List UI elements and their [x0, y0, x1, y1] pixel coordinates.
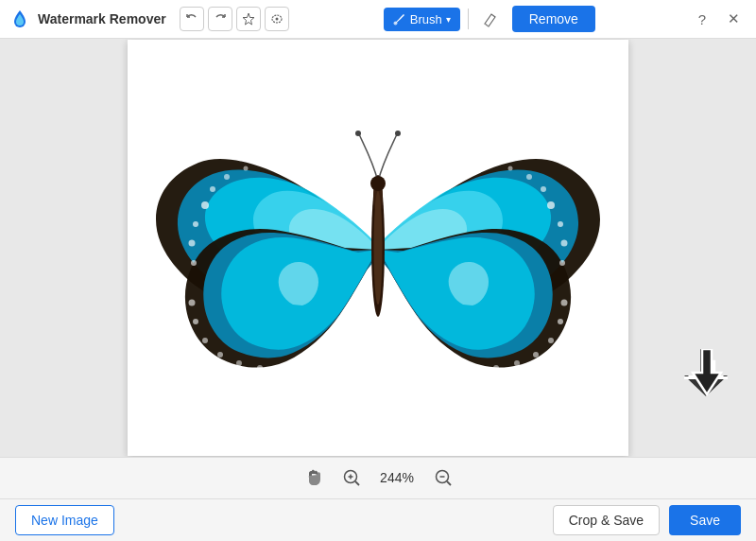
svg-rect-44 — [684, 376, 728, 379]
svg-rect-43 — [703, 350, 709, 375]
title-bar: Watermark Remover — [0, 0, 756, 39]
zoom-bar: 244% — [0, 458, 756, 499]
svg-marker-37 — [684, 375, 728, 396]
svg-line-48 — [355, 481, 359, 485]
svg-point-17 — [508, 166, 513, 171]
svg-point-12 — [558, 221, 563, 227]
brush-tool-button[interactable]: Brush ▾ — [384, 8, 460, 31]
svg-point-8 — [210, 186, 215, 192]
svg-point-10 — [244, 166, 249, 171]
svg-rect-41 — [702, 351, 710, 375]
svg-point-32 — [374, 191, 383, 305]
brush-dropdown-icon: ▾ — [446, 14, 451, 25]
svg-rect-39 — [702, 351, 710, 375]
svg-point-22 — [236, 360, 242, 366]
svg-point-5 — [193, 221, 198, 227]
svg-rect-36 — [700, 349, 712, 375]
redo-button[interactable] — [208, 7, 232, 31]
svg-point-16 — [526, 174, 532, 180]
svg-marker-40 — [688, 375, 724, 394]
undo-button[interactable] — [180, 7, 204, 31]
svg-point-21 — [217, 352, 223, 358]
svg-point-29 — [493, 365, 499, 371]
svg-point-13 — [561, 240, 568, 247]
svg-point-6 — [189, 240, 196, 247]
toolbar-divider — [468, 9, 469, 29]
canvas-area[interactable] — [0, 39, 756, 457]
action-bar: New Image Crop & Save Save — [0, 499, 756, 541]
right-action-buttons: Crop & Save Save — [553, 505, 741, 535]
svg-point-19 — [193, 319, 198, 324]
title-bar-right: ? ✕ — [690, 7, 747, 31]
eraser-tool-button[interactable] — [476, 5, 505, 33]
svg-point-26 — [548, 338, 554, 343]
zoom-out-button[interactable] — [430, 464, 456, 491]
star-tool-button[interactable] — [236, 7, 261, 31]
svg-point-2 — [393, 22, 397, 26]
svg-point-7 — [191, 260, 197, 266]
image-container — [128, 40, 628, 456]
app-logo-icon — [9, 9, 30, 29]
svg-point-27 — [533, 352, 539, 358]
svg-point-23 — [257, 365, 263, 371]
crop-save-button[interactable]: Crop & Save — [553, 505, 660, 535]
svg-line-51 — [447, 481, 451, 485]
bottom-bar: 244% New Image Crop & Save Save — [0, 457, 756, 541]
remove-button[interactable]: Remove — [512, 6, 595, 32]
pan-tool-button[interactable] — [301, 464, 327, 491]
svg-point-1 — [275, 18, 278, 21]
svg-point-35 — [370, 176, 386, 191]
butterfly-image — [128, 40, 628, 456]
svg-point-34 — [395, 131, 401, 136]
save-button[interactable]: Save — [669, 505, 741, 535]
nav-buttons — [180, 7, 289, 31]
download-arrow-icon — [684, 349, 728, 400]
svg-point-24 — [561, 300, 568, 306]
svg-point-15 — [541, 186, 546, 192]
zoom-level: 244% — [376, 470, 419, 485]
svg-rect-38 — [709, 360, 715, 376]
svg-point-25 — [558, 319, 563, 324]
help-icon: ? — [698, 11, 706, 27]
title-bar-left: Watermark Remover — [9, 7, 289, 31]
svg-point-14 — [559, 260, 565, 266]
svg-point-28 — [514, 360, 520, 366]
zoom-in-button[interactable] — [338, 464, 365, 491]
close-button[interactable]: ✕ — [722, 7, 747, 31]
svg-point-4 — [201, 201, 209, 209]
app-title: Watermark Remover — [38, 11, 166, 26]
lasso-tool-button[interactable] — [265, 7, 289, 31]
svg-point-18 — [189, 300, 196, 306]
svg-point-9 — [224, 174, 230, 180]
toolbar-center: Brush ▾ Remove — [384, 5, 595, 33]
svg-marker-42 — [688, 376, 724, 395]
svg-point-33 — [355, 131, 361, 136]
brush-label: Brush — [410, 12, 442, 26]
svg-point-20 — [202, 338, 208, 343]
svg-point-11 — [547, 201, 555, 209]
close-icon: ✕ — [728, 10, 740, 27]
new-image-button[interactable]: New Image — [15, 505, 114, 535]
help-button[interactable]: ? — [690, 7, 714, 31]
